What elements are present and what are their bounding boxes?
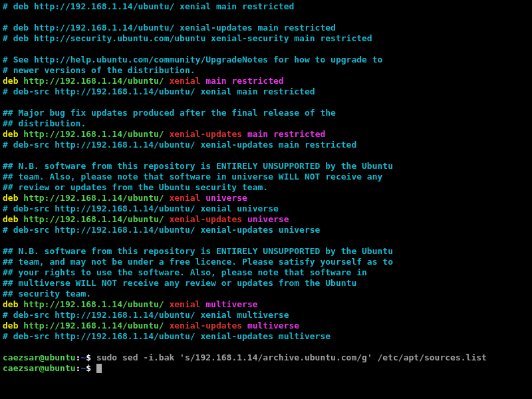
prompt-dollar: $ [86, 363, 91, 373]
deb-token: deb [3, 76, 18, 86]
prompt-user-host: caezsar@ubuntu [3, 352, 76, 362]
deb-line: deb http://192.168.1.14/ubuntu/ xenial u… [3, 193, 247, 203]
repo-url: http://192.168.1.14/ubuntu/ [23, 76, 164, 86]
deb-token: deb [3, 299, 18, 309]
deb-token: deb [3, 193, 18, 203]
deb-token: deb [3, 129, 18, 139]
prompt-dollar: $ [86, 352, 91, 362]
deb-token: deb [3, 321, 18, 331]
comp-restricted: restricted [273, 129, 325, 139]
comment-line: ## multiverse WILL NOT receive any revie… [3, 278, 356, 288]
deb-line: deb http://192.168.1.14/ubuntu/ xenial-u… [3, 129, 325, 139]
comment-line: # deb-src http://192.168.1.14/ubuntu/ xe… [3, 203, 279, 213]
comp-main: main [247, 129, 268, 139]
comment-line: ## team. Also, please note that software… [3, 172, 382, 182]
comp-main: main [205, 76, 226, 86]
comp-universe: universe [205, 193, 247, 203]
comp-restricted: restricted [231, 76, 283, 86]
comment-line: ## N.B. software from this repository is… [3, 246, 393, 256]
comment-line: # deb-src http://192.168.1.14/ubuntu/ xe… [3, 140, 356, 150]
comment-line: # deb-src http://192.168.1.14/ubuntu/ xe… [3, 331, 331, 341]
comment-line: ## distribution. [3, 118, 86, 128]
comp-multiverse: multiverse [247, 321, 299, 331]
comment-line: ## security team. [3, 289, 91, 299]
dist-token: xenial-updates [169, 214, 242, 224]
repo-url: http://192.168.1.14/ubuntu/ [23, 214, 164, 224]
dist-token: xenial [169, 299, 200, 309]
comment-line: # newer versions of the distribution. [3, 65, 196, 75]
cursor-icon [96, 364, 102, 373]
comment-line: # deb http://192.168.1.14/ubuntu/ xenial… [3, 1, 294, 11]
comment-line: ## team, and may not be under a free lic… [3, 257, 393, 267]
comment-line: ## Major bug fix updates produced after … [3, 108, 336, 118]
repo-url: http://192.168.1.14/ubuntu/ [23, 321, 164, 331]
deb-line: deb http://192.168.1.14/ubuntu/ xenial-u… [3, 321, 299, 331]
comment-line: ## review or updates from the Ubuntu sec… [3, 182, 268, 192]
comment-line: ## your rights to use the software. Also… [3, 267, 367, 277]
prompt-user-host: caezsar@ubuntu [3, 363, 76, 373]
dist-token: xenial [169, 76, 200, 86]
command-text: sudo sed -i.bak 's/192.168.1.14/archive.… [96, 352, 487, 362]
prompt-line[interactable]: caezsar@ubuntu:~$ sudo sed -i.bak 's/192… [3, 352, 487, 362]
deb-line: deb http://192.168.1.14/ubuntu/ xenial-u… [3, 214, 289, 224]
comment-line: # See http://help.ubuntu.com/community/U… [3, 55, 382, 65]
repo-url: http://192.168.1.14/ubuntu/ [23, 299, 164, 309]
comment-line: # deb http://192.168.1.14/ubuntu/ xenial… [3, 23, 336, 33]
comment-line: # deb-src http://192.168.1.14/ubuntu/ xe… [3, 310, 289, 320]
comment-line: # deb-src http://192.168.1.14/ubuntu/ xe… [3, 225, 320, 235]
terminal-output[interactable]: # deb http://192.168.1.14/ubuntu/ xenial… [0, 0, 532, 374]
deb-token: deb [3, 214, 18, 224]
comment-line: ## N.B. software from this repository is… [3, 161, 393, 171]
dist-token: xenial-updates [169, 129, 242, 139]
repo-url: http://192.168.1.14/ubuntu/ [23, 193, 164, 203]
comp-universe: universe [247, 214, 289, 224]
comment-line: # deb http://security.ubuntu.com/ubuntu … [3, 33, 372, 43]
deb-line: deb http://192.168.1.14/ubuntu/ xenial m… [3, 299, 258, 309]
comment-line: # deb-src http://192.168.1.14/ubuntu/ xe… [3, 86, 315, 96]
dist-token: xenial-updates [169, 321, 242, 331]
dist-token: xenial [169, 193, 200, 203]
repo-url: http://192.168.1.14/ubuntu/ [23, 129, 164, 139]
comp-multiverse: multiverse [205, 299, 257, 309]
prompt-line[interactable]: caezsar@ubuntu:~$ [3, 363, 102, 373]
deb-line: deb http://192.168.1.14/ubuntu/ xenial m… [3, 76, 284, 86]
